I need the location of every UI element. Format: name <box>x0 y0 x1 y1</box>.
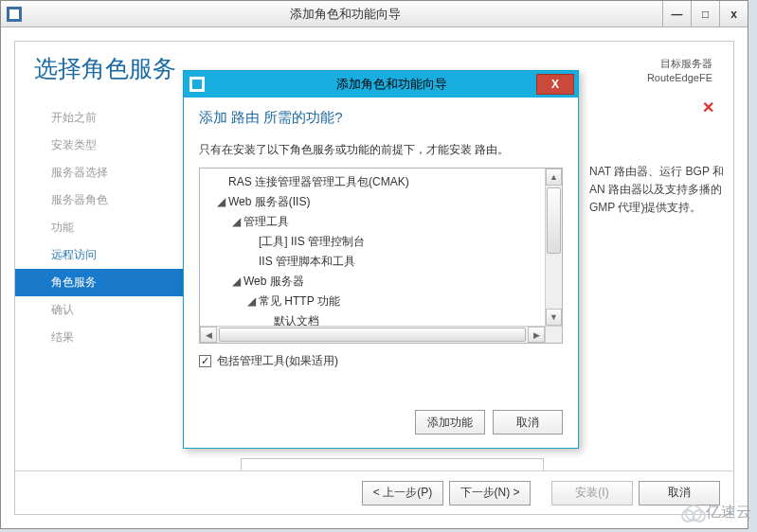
dialog-close-button[interactable]: X <box>536 74 574 95</box>
include-tools-checkbox[interactable]: ✓ <box>199 355 211 367</box>
add-features-dialog: 添加角色和功能向导 X 添加 路由 所需的功能? 只有在安装了以下角色服务或功能… <box>183 70 579 449</box>
dialog-cancel-button[interactable]: 取消 <box>493 410 563 434</box>
include-tools-row: ✓ 包括管理工具(如果适用) <box>199 353 563 369</box>
wizard-footer: < 上一步(P) 下一步(N) > 安装(I) 取消 <box>15 470 733 514</box>
features-tree: RAS 连接管理器管理工具包(CMAK) ◢Web 服务器(IIS) ◢管理工具… <box>199 168 563 344</box>
step-features[interactable]: 功能 <box>15 214 195 241</box>
step-install-type[interactable]: 安装类型 <box>15 132 195 159</box>
scroll-thumb[interactable] <box>219 328 526 342</box>
window-title: 添加角色和功能向导 <box>27 6 662 23</box>
minimize-icon: — <box>672 8 683 21</box>
add-features-button[interactable]: 添加功能 <box>415 410 485 434</box>
tree-item-label[interactable]: 管理工具 <box>243 215 289 228</box>
tree-item: ◢常见 HTTP 功能 <box>204 292 541 311</box>
scroll-corner <box>545 326 562 343</box>
titlebar: 添加角色和功能向导 — □ x <box>1 1 748 27</box>
tree-item: RAS 连接管理器管理工具包(CMAK) <box>204 172 541 192</box>
tree-item-label[interactable]: 常见 HTTP 功能 <box>259 294 340 308</box>
tree-item: [工具] IIS 管理控制台 <box>204 232 541 252</box>
next-button[interactable]: 下一步(N) > <box>449 481 531 505</box>
role-description-line: GMP 代理)提供支持。 <box>589 199 731 217</box>
target-label: 目标服务器 <box>647 57 712 71</box>
previous-button[interactable]: < 上一步(P) <box>362 481 443 505</box>
window-controls: — □ x <box>662 1 748 27</box>
tree-expander-icon[interactable]: ◢ <box>232 272 243 292</box>
step-before-you-begin[interactable]: 开始之前 <box>15 104 195 132</box>
tree-item: ◢管理工具 <box>204 212 541 232</box>
cancel-button[interactable]: 取消 <box>639 481 720 505</box>
tree-item-label[interactable]: Web 服务器 <box>243 275 304 288</box>
dialog-question: 添加 路由 所需的功能? <box>199 109 563 127</box>
step-remote-access[interactable]: 远程访问 <box>15 241 195 269</box>
tree-item: ◢Web 服务器(IIS) <box>204 192 541 212</box>
dialog-footer: 添加功能 取消 <box>415 410 563 434</box>
watermark-text: 亿速云 <box>706 503 751 523</box>
step-server-selection[interactable]: 服务器选择 <box>15 159 195 186</box>
maximize-icon: □ <box>702 8 709 21</box>
tree-item: 默认文档 <box>204 311 541 326</box>
tree-item-label[interactable]: IIS 管理脚本和工具 <box>259 255 355 268</box>
scroll-thumb[interactable] <box>547 187 561 254</box>
watermark-logo-icon <box>685 505 702 522</box>
step-server-roles[interactable]: 服务器角色 <box>15 186 195 214</box>
close-icon: X <box>551 78 559 91</box>
minimize-button[interactable]: — <box>662 1 691 27</box>
dialog-titlebar: 添加角色和功能向导 X <box>184 71 578 98</box>
close-icon: x <box>730 8 737 21</box>
tree-expander-icon[interactable]: ◢ <box>232 212 243 232</box>
wizard-steps-sidebar: 开始之前 安装类型 服务器选择 服务器角色 功能 远程访问 角色服务 确认 结果 <box>15 104 195 351</box>
tree-expander-icon[interactable]: ◢ <box>217 192 228 212</box>
tree-item-label[interactable]: RAS 连接管理器管理工具包(CMAK) <box>228 175 409 188</box>
role-description-line: NAT 路由器、运行 BGP 和 <box>589 163 731 181</box>
step-results[interactable]: 结果 <box>15 324 195 351</box>
target-name: RouteEdgeFE <box>647 71 712 85</box>
tree-item-label[interactable]: 默认文档 <box>274 314 319 326</box>
tree-item-label[interactable]: Web 服务器(IIS) <box>228 195 310 208</box>
tree-item: ◢Web 服务器 <box>204 272 541 292</box>
app-icon <box>7 7 22 22</box>
scroll-right-button[interactable]: ▶ <box>528 327 545 343</box>
role-description-line: AN 路由器以及支持多播的 <box>589 181 731 199</box>
close-button[interactable]: x <box>719 1 748 27</box>
scroll-left-button[interactable]: ◀ <box>200 327 217 343</box>
role-description: NAT 路由器、运行 BGP 和 AN 路由器以及支持多播的 GMP 代理)提供… <box>589 163 731 218</box>
scroll-up-button[interactable]: ▲ <box>546 168 562 186</box>
watermark: 亿速云 <box>685 503 751 523</box>
horizontal-scrollbar[interactable]: ◀ ▶ <box>200 326 545 343</box>
tree-item: IIS 管理脚本和工具 <box>204 252 541 272</box>
dialog-note: 只有在安装了以下角色服务或功能的前提下，才能安装 路由。 <box>199 142 563 158</box>
install-button[interactable]: 安装(I) <box>551 481 633 505</box>
step-confirm[interactable]: 确认 <box>15 296 195 324</box>
step-role-services[interactable]: 角色服务 <box>15 269 195 296</box>
dialog-app-icon <box>189 77 205 92</box>
include-tools-label: 包括管理工具(如果适用) <box>217 353 338 369</box>
dialog-title: 添加角色和功能向导 <box>210 76 572 93</box>
target-block: 目标服务器 RouteEdgeFE <box>647 57 712 86</box>
features-tree-content[interactable]: RAS 连接管理器管理工具包(CMAK) ◢Web 服务器(IIS) ◢管理工具… <box>200 168 545 326</box>
maximize-button[interactable]: □ <box>691 1 719 27</box>
tree-item-label[interactable]: [工具] IIS 管理控制台 <box>259 235 365 248</box>
alert-close-icon[interactable]: ✕ <box>702 98 714 116</box>
scroll-down-button[interactable]: ▼ <box>546 309 562 326</box>
vertical-scrollbar[interactable]: ▲ ▼ <box>545 168 562 326</box>
dialog-body: 添加 路由 所需的功能? 只有在安装了以下角色服务或功能的前提下，才能安装 路由… <box>199 109 563 395</box>
tree-expander-icon[interactable]: ◢ <box>247 292 259 311</box>
